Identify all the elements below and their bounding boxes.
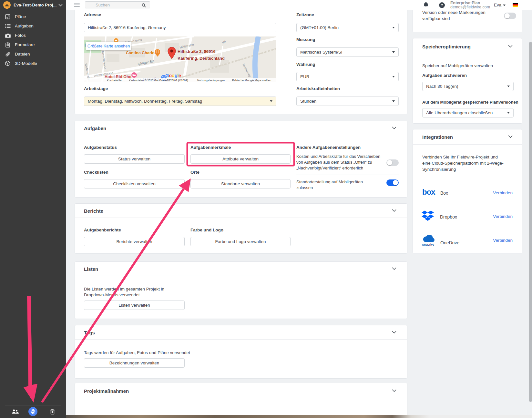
dropdown-caret-icon	[507, 112, 510, 114]
sidebar-item-files[interactable]: Dateien	[0, 49, 66, 59]
location-toggle[interactable]	[386, 179, 399, 186]
dropdown-caret-icon	[270, 100, 272, 102]
restaurant-pin-icon[interactable]	[154, 49, 161, 58]
workdays-select[interactable]: Montag, Dienstag, Mittwoch, Donnerstag, …	[84, 97, 276, 106]
search-input[interactable]	[96, 2, 138, 8]
manage-status-button[interactable]: Status verwalten	[84, 154, 185, 164]
sidebar-item-photos[interactable]: Fotos	[0, 31, 66, 40]
camera-icon	[5, 33, 11, 38]
manage-tags-button[interactable]: Bezeichnungen verwalten	[84, 358, 185, 368]
larger-map-button[interactable]: Größere Karte ansehen	[86, 42, 131, 50]
user-name: Eva	[494, 3, 501, 7]
task-status-label: Aufgabenstatus	[84, 145, 117, 150]
sidebar-item-label: Fotos	[15, 33, 26, 38]
user-menu[interactable]: Eva	[494, 3, 506, 7]
reports-card-header[interactable]: Berichte	[75, 204, 407, 218]
sidebar-item-tasks[interactable]: Aufgaben	[0, 21, 66, 31]
integrations-card-header[interactable]: Integrationen	[413, 129, 522, 145]
delete-project-button[interactable]	[48, 407, 57, 416]
measurement-select[interactable]: Metrisches System/SI	[296, 47, 399, 57]
notifications-bell-icon[interactable]	[424, 2, 428, 9]
map-attribution: Kartendaten © 2023 GeoBasis-DE/BKG (©200…	[129, 79, 188, 82]
sidebar-item-label: Aufgaben	[15, 24, 34, 28]
project-actions-header[interactable]: Projektmaßnahmen	[75, 383, 407, 397]
cost-toggle[interactable]	[386, 159, 399, 166]
integrations-card: Integrationen Verbinden Sie Ihr Fieldwir…	[413, 129, 522, 253]
settings-divider	[296, 175, 399, 175]
connect-dropbox-link[interactable]: Verbinden	[493, 214, 513, 219]
manage-reports-button[interactable]: Berichte verwalten	[84, 237, 185, 246]
marker-address-label: Hiltistraße 2, 86916 Kaufering, Deutschl…	[178, 48, 225, 62]
integration-divider	[422, 228, 513, 228]
search-icon[interactable]	[142, 3, 146, 9]
box-logo: box	[422, 188, 435, 196]
chevron-down-icon[interactable]	[392, 127, 396, 129]
sidebar-item-label: Pläne	[15, 14, 26, 19]
workdays-label: Arbeitstage	[84, 86, 108, 91]
connect-box-link[interactable]: Verbinden	[493, 190, 513, 195]
vertical-scrollbar[interactable]	[529, 42, 532, 402]
chevron-down-icon[interactable]	[392, 209, 396, 212]
storage-card-title: Speicheroptimierung	[422, 44, 471, 49]
chevron-down-icon[interactable]	[392, 389, 396, 392]
storage-card-header[interactable]: Speicheroptimierung	[413, 38, 522, 55]
sidebar-item-plans[interactable]: Pläne	[0, 12, 66, 21]
manage-color-logo-button[interactable]: Farbe und Logo verwalten	[190, 237, 291, 246]
dropdown-caret-icon	[392, 100, 395, 102]
currency-select[interactable]: EUR	[296, 72, 399, 81]
storage-card: Speicheroptimierung Speicher auf Mobilge…	[413, 38, 522, 124]
manage-checklists-button[interactable]: Checklisten verwalten	[84, 179, 185, 189]
manage-locations-button[interactable]: Standorte verwalten	[190, 179, 291, 189]
hamburger-menu-icon[interactable]	[74, 3, 80, 7]
google-map[interactable]: s-Meier-Straße Hiltistraße Hil Sonnenstr…	[84, 36, 276, 82]
timezone-select[interactable]: (GMT+01:00) Berlin	[296, 23, 399, 32]
language-flag-icon[interactable]	[513, 3, 518, 7]
tasks-card-header[interactable]: Aufgaben	[75, 121, 407, 135]
currency-value: EUR	[300, 74, 310, 79]
project-name: Eva-Test-Demo Proj...	[14, 3, 58, 7]
plan-versions-label: Auf dem Mobilgerät gespeicherte Planvers…	[422, 100, 518, 105]
tasks-icon	[5, 23, 11, 29]
lists-card: Listen Die Listen werden im gesamten Pro…	[75, 261, 407, 319]
project-switcher[interactable]: Eva-Test-Demo Proj...	[0, 0, 66, 10]
project-actions-title: Projektmaßnahmen	[84, 388, 129, 394]
manage-lists-button[interactable]: Listen verwalten	[84, 301, 185, 310]
marker-address-line1: Hiltistraße 2, 86916	[178, 48, 225, 55]
destination-marker-icon[interactable]	[168, 47, 176, 60]
trash-icon	[50, 409, 55, 414]
fieldwire-project-settings-screen: Eva-Test-Demo Proj... Pläne Aufgaben Fot…	[0, 0, 532, 418]
integrations-description: Verbinden Sie Ihr Fieldwire-Projekt und …	[422, 154, 504, 172]
address-input[interactable]	[84, 23, 276, 32]
sidebar-item-3d-models[interactable]: 3D-Modelle	[0, 59, 66, 68]
project-settings-button[interactable]	[28, 407, 37, 416]
chevron-down-icon[interactable]	[508, 135, 513, 138]
sidebar-item-forms[interactable]: Formulare	[0, 40, 66, 49]
versions-toggle[interactable]	[504, 13, 516, 19]
plan-versions-select[interactable]: Alle Überarbeitungen einschließen	[422, 108, 514, 117]
map-terms-link[interactable]: Nutzungsbedingungen	[197, 79, 225, 82]
manage-attributes-button[interactable]: Attribute verwalten	[190, 154, 291, 164]
tags-card: Tags Tags werden für Aufgaben, Fotos und…	[75, 325, 407, 379]
people-icon	[12, 409, 19, 414]
chevron-down-icon[interactable]	[508, 45, 513, 48]
lists-card-header[interactable]: Listen	[75, 262, 407, 276]
project-members-button[interactable]	[11, 407, 20, 416]
map-footer: Kurzbefehle Kartendaten © 2023 GeoBasis-…	[84, 78, 276, 82]
archive-tasks-value: Nach 30 Tag(en)	[426, 84, 458, 89]
plan-info: Enterprise-Plan demos@fieldwire.com	[450, 1, 490, 9]
help-icon[interactable]: ?	[439, 2, 445, 8]
plan-email: demos@fieldwire.com	[450, 5, 490, 9]
measurement-label: Messung	[296, 37, 315, 42]
tags-card-header[interactable]: Tags	[75, 325, 407, 340]
connect-onedrive-link[interactable]: Verbinden	[493, 238, 513, 243]
task-attributes-label: Aufgabenmerkmale	[190, 145, 231, 150]
map-report-link[interactable]: Fehler bei Google Maps melden	[232, 79, 271, 82]
paperclip-icon	[5, 51, 11, 57]
archive-tasks-label: Aufgaben archivieren	[422, 73, 467, 78]
tasks-card-title: Aufgaben	[84, 126, 106, 131]
chevron-down-icon[interactable]	[392, 331, 396, 334]
map-shortcuts-link[interactable]: Kurzbefehle	[107, 79, 121, 82]
archive-tasks-select[interactable]: Nach 30 Tag(en)	[422, 82, 514, 91]
chevron-down-icon[interactable]	[392, 267, 396, 270]
labor-units-select[interactable]: Stunden	[296, 97, 399, 106]
